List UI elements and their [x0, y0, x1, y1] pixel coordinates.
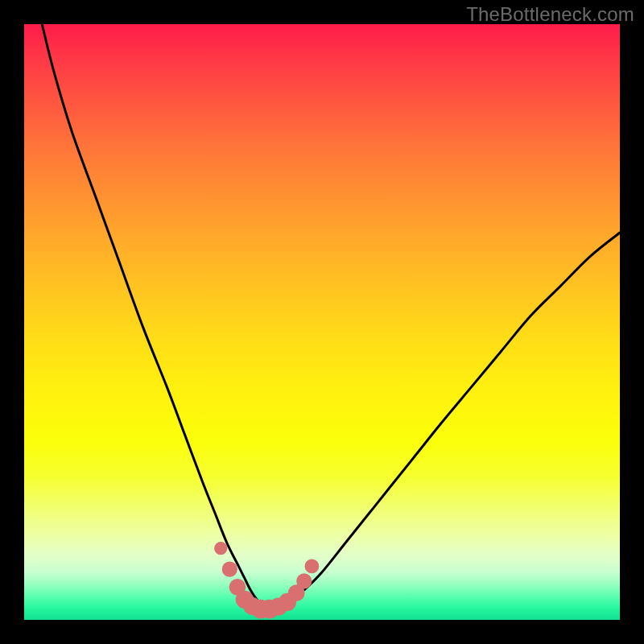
- curve-markers-group: [214, 542, 319, 618]
- marker-dot: [305, 559, 320, 574]
- plot-area: [24, 24, 620, 620]
- marker-dot: [222, 561, 237, 576]
- marker-dot: [214, 542, 227, 555]
- bottleneck-curve-svg: [24, 24, 620, 620]
- marker-dot: [296, 573, 312, 588]
- chart-frame: TheBottleneck.com: [0, 0, 644, 644]
- bottleneck-curve-path: [42, 24, 620, 609]
- watermark-text: TheBottleneck.com: [466, 3, 634, 26]
